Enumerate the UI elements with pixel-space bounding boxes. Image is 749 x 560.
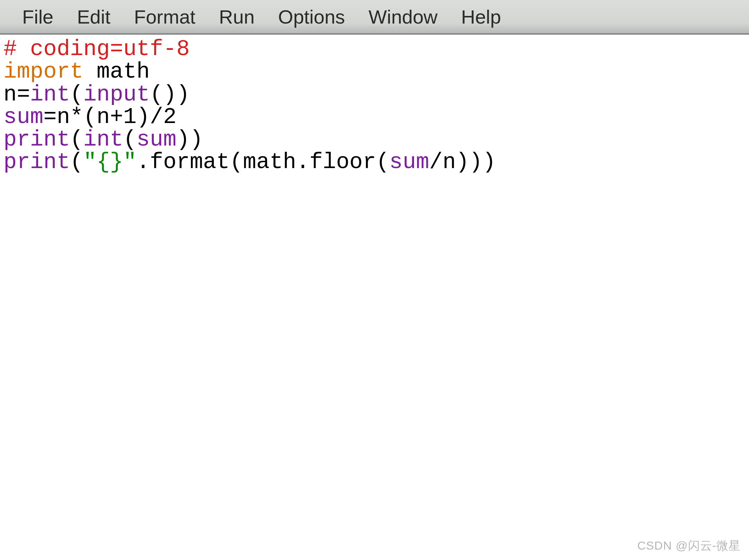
- code-line-5-b: (: [123, 127, 136, 152]
- code-line-6-b: .format(math.floor(: [136, 150, 389, 175]
- code-line-6-str: "{}": [83, 150, 136, 175]
- code-line-3-c: ()): [150, 82, 190, 107]
- code-line-5-sum: sum: [136, 127, 176, 152]
- menu-bar: File Edit Format Run Options Window Help: [0, 0, 749, 35]
- code-line-5-a: (: [70, 127, 83, 152]
- code-line-5-c: )): [176, 127, 203, 152]
- code-line-4-b: =n*(n+1)/2: [43, 105, 176, 130]
- code-line-3-input: input: [83, 82, 150, 107]
- code-line-3-a: n=: [3, 82, 30, 107]
- menu-file[interactable]: File: [10, 6, 65, 28]
- watermark: CSDN @闪云-微星: [637, 538, 741, 554]
- code-line-6-c: /n))): [429, 150, 496, 175]
- menu-options[interactable]: Options: [266, 6, 357, 28]
- code-line-5-print: print: [3, 127, 70, 152]
- code-line-4-sum: sum: [3, 105, 43, 130]
- code-line-3-int: int: [30, 82, 70, 107]
- code-line-3-b: (: [70, 82, 83, 107]
- code-line-6-a: (: [70, 150, 83, 175]
- code-line-2-keyword: import: [3, 59, 83, 84]
- code-line-2-module: math: [83, 59, 150, 84]
- code-line-6-sum: sum: [389, 150, 429, 175]
- code-line-6-print: print: [3, 150, 70, 175]
- menu-edit[interactable]: Edit: [65, 6, 122, 28]
- menu-format[interactable]: Format: [122, 6, 207, 28]
- code-editor[interactable]: # coding=utf-8 import math n=int(input()…: [0, 35, 749, 560]
- menu-help[interactable]: Help: [449, 6, 513, 28]
- menu-run[interactable]: Run: [207, 6, 266, 28]
- code-line-5-int: int: [83, 127, 123, 152]
- menu-window[interactable]: Window: [357, 6, 449, 28]
- code-line-1-comment: # coding=utf-8: [3, 37, 190, 62]
